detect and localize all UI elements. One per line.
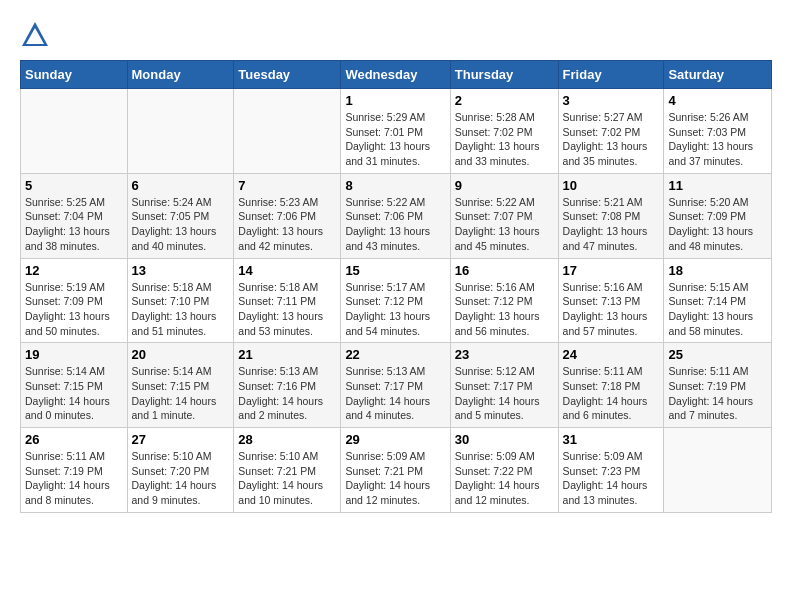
day-number: 21 (238, 347, 336, 362)
header-cell-saturday: Saturday (664, 61, 772, 89)
day-number: 11 (668, 178, 767, 193)
day-cell: 27Sunrise: 5:10 AM Sunset: 7:20 PM Dayli… (127, 428, 234, 513)
day-number: 14 (238, 263, 336, 278)
header-cell-sunday: Sunday (21, 61, 128, 89)
day-info: Sunrise: 5:24 AM Sunset: 7:05 PM Dayligh… (132, 195, 230, 254)
week-row-2: 5Sunrise: 5:25 AM Sunset: 7:04 PM Daylig… (21, 173, 772, 258)
day-info: Sunrise: 5:22 AM Sunset: 7:07 PM Dayligh… (455, 195, 554, 254)
day-info: Sunrise: 5:16 AM Sunset: 7:12 PM Dayligh… (455, 280, 554, 339)
day-cell: 25Sunrise: 5:11 AM Sunset: 7:19 PM Dayli… (664, 343, 772, 428)
day-info: Sunrise: 5:11 AM Sunset: 7:19 PM Dayligh… (668, 364, 767, 423)
day-number: 18 (668, 263, 767, 278)
day-number: 5 (25, 178, 123, 193)
day-number: 25 (668, 347, 767, 362)
day-info: Sunrise: 5:14 AM Sunset: 7:15 PM Dayligh… (25, 364, 123, 423)
day-number: 2 (455, 93, 554, 108)
day-cell: 3Sunrise: 5:27 AM Sunset: 7:02 PM Daylig… (558, 89, 664, 174)
day-info: Sunrise: 5:19 AM Sunset: 7:09 PM Dayligh… (25, 280, 123, 339)
day-cell: 10Sunrise: 5:21 AM Sunset: 7:08 PM Dayli… (558, 173, 664, 258)
day-number: 7 (238, 178, 336, 193)
day-number: 4 (668, 93, 767, 108)
day-info: Sunrise: 5:17 AM Sunset: 7:12 PM Dayligh… (345, 280, 445, 339)
day-cell: 19Sunrise: 5:14 AM Sunset: 7:15 PM Dayli… (21, 343, 128, 428)
day-number: 31 (563, 432, 660, 447)
week-row-5: 26Sunrise: 5:11 AM Sunset: 7:19 PM Dayli… (21, 428, 772, 513)
day-info: Sunrise: 5:26 AM Sunset: 7:03 PM Dayligh… (668, 110, 767, 169)
day-info: Sunrise: 5:14 AM Sunset: 7:15 PM Dayligh… (132, 364, 230, 423)
day-number: 27 (132, 432, 230, 447)
day-cell (234, 89, 341, 174)
day-number: 29 (345, 432, 445, 447)
day-number: 28 (238, 432, 336, 447)
day-number: 23 (455, 347, 554, 362)
day-info: Sunrise: 5:09 AM Sunset: 7:23 PM Dayligh… (563, 449, 660, 508)
day-cell: 30Sunrise: 5:09 AM Sunset: 7:22 PM Dayli… (450, 428, 558, 513)
logo (20, 20, 54, 50)
day-cell: 26Sunrise: 5:11 AM Sunset: 7:19 PM Dayli… (21, 428, 128, 513)
day-cell: 29Sunrise: 5:09 AM Sunset: 7:21 PM Dayli… (341, 428, 450, 513)
day-info: Sunrise: 5:21 AM Sunset: 7:08 PM Dayligh… (563, 195, 660, 254)
page-header (20, 20, 772, 50)
day-cell: 15Sunrise: 5:17 AM Sunset: 7:12 PM Dayli… (341, 258, 450, 343)
day-info: Sunrise: 5:29 AM Sunset: 7:01 PM Dayligh… (345, 110, 445, 169)
day-number: 20 (132, 347, 230, 362)
day-number: 22 (345, 347, 445, 362)
day-number: 10 (563, 178, 660, 193)
day-cell: 17Sunrise: 5:16 AM Sunset: 7:13 PM Dayli… (558, 258, 664, 343)
day-cell: 1Sunrise: 5:29 AM Sunset: 7:01 PM Daylig… (341, 89, 450, 174)
day-cell: 28Sunrise: 5:10 AM Sunset: 7:21 PM Dayli… (234, 428, 341, 513)
week-row-1: 1Sunrise: 5:29 AM Sunset: 7:01 PM Daylig… (21, 89, 772, 174)
day-cell: 6Sunrise: 5:24 AM Sunset: 7:05 PM Daylig… (127, 173, 234, 258)
day-number: 1 (345, 93, 445, 108)
day-cell (664, 428, 772, 513)
day-info: Sunrise: 5:13 AM Sunset: 7:16 PM Dayligh… (238, 364, 336, 423)
day-info: Sunrise: 5:28 AM Sunset: 7:02 PM Dayligh… (455, 110, 554, 169)
logo-icon (20, 20, 50, 50)
day-info: Sunrise: 5:22 AM Sunset: 7:06 PM Dayligh… (345, 195, 445, 254)
day-number: 12 (25, 263, 123, 278)
day-info: Sunrise: 5:13 AM Sunset: 7:17 PM Dayligh… (345, 364, 445, 423)
day-info: Sunrise: 5:09 AM Sunset: 7:22 PM Dayligh… (455, 449, 554, 508)
day-info: Sunrise: 5:18 AM Sunset: 7:11 PM Dayligh… (238, 280, 336, 339)
day-info: Sunrise: 5:16 AM Sunset: 7:13 PM Dayligh… (563, 280, 660, 339)
day-info: Sunrise: 5:25 AM Sunset: 7:04 PM Dayligh… (25, 195, 123, 254)
header-cell-tuesday: Tuesday (234, 61, 341, 89)
day-cell: 18Sunrise: 5:15 AM Sunset: 7:14 PM Dayli… (664, 258, 772, 343)
day-number: 13 (132, 263, 230, 278)
day-number: 26 (25, 432, 123, 447)
week-row-3: 12Sunrise: 5:19 AM Sunset: 7:09 PM Dayli… (21, 258, 772, 343)
day-info: Sunrise: 5:09 AM Sunset: 7:21 PM Dayligh… (345, 449, 445, 508)
header-cell-friday: Friday (558, 61, 664, 89)
day-cell: 31Sunrise: 5:09 AM Sunset: 7:23 PM Dayli… (558, 428, 664, 513)
day-info: Sunrise: 5:20 AM Sunset: 7:09 PM Dayligh… (668, 195, 767, 254)
day-cell: 12Sunrise: 5:19 AM Sunset: 7:09 PM Dayli… (21, 258, 128, 343)
day-info: Sunrise: 5:18 AM Sunset: 7:10 PM Dayligh… (132, 280, 230, 339)
day-number: 17 (563, 263, 660, 278)
day-cell (21, 89, 128, 174)
calendar-table: SundayMondayTuesdayWednesdayThursdayFrid… (20, 60, 772, 513)
day-cell: 8Sunrise: 5:22 AM Sunset: 7:06 PM Daylig… (341, 173, 450, 258)
day-cell: 22Sunrise: 5:13 AM Sunset: 7:17 PM Dayli… (341, 343, 450, 428)
day-cell: 21Sunrise: 5:13 AM Sunset: 7:16 PM Dayli… (234, 343, 341, 428)
day-number: 24 (563, 347, 660, 362)
day-cell: 20Sunrise: 5:14 AM Sunset: 7:15 PM Dayli… (127, 343, 234, 428)
day-cell (127, 89, 234, 174)
day-cell: 23Sunrise: 5:12 AM Sunset: 7:17 PM Dayli… (450, 343, 558, 428)
day-number: 30 (455, 432, 554, 447)
day-cell: 7Sunrise: 5:23 AM Sunset: 7:06 PM Daylig… (234, 173, 341, 258)
day-number: 9 (455, 178, 554, 193)
day-cell: 14Sunrise: 5:18 AM Sunset: 7:11 PM Dayli… (234, 258, 341, 343)
day-info: Sunrise: 5:10 AM Sunset: 7:20 PM Dayligh… (132, 449, 230, 508)
day-cell: 11Sunrise: 5:20 AM Sunset: 7:09 PM Dayli… (664, 173, 772, 258)
day-info: Sunrise: 5:10 AM Sunset: 7:21 PM Dayligh… (238, 449, 336, 508)
day-info: Sunrise: 5:27 AM Sunset: 7:02 PM Dayligh… (563, 110, 660, 169)
header-cell-wednesday: Wednesday (341, 61, 450, 89)
day-cell: 5Sunrise: 5:25 AM Sunset: 7:04 PM Daylig… (21, 173, 128, 258)
week-row-4: 19Sunrise: 5:14 AM Sunset: 7:15 PM Dayli… (21, 343, 772, 428)
day-number: 8 (345, 178, 445, 193)
day-number: 19 (25, 347, 123, 362)
day-info: Sunrise: 5:11 AM Sunset: 7:18 PM Dayligh… (563, 364, 660, 423)
day-cell: 13Sunrise: 5:18 AM Sunset: 7:10 PM Dayli… (127, 258, 234, 343)
day-number: 6 (132, 178, 230, 193)
day-cell: 4Sunrise: 5:26 AM Sunset: 7:03 PM Daylig… (664, 89, 772, 174)
